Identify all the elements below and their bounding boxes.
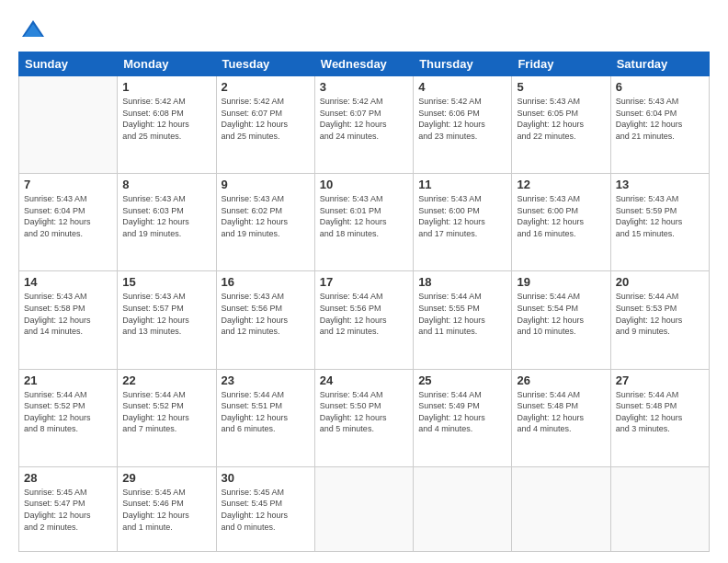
day-info: Sunrise: 5:44 AM Sunset: 5:51 PM Dayligh… — [222, 389, 310, 435]
day-number: 15 — [122, 275, 210, 289]
day-number: 7 — [24, 178, 112, 191]
calendar-cell: 30Sunrise: 5:45 AM Sunset: 5:45 PM Dayli… — [216, 466, 314, 551]
calendar-table: SundayMondayTuesdayWednesdayThursdayFrid… — [18, 52, 710, 552]
day-number: 24 — [320, 373, 408, 387]
logo-icon — [20, 17, 46, 42]
col-header-wednesday: Wednesday — [314, 52, 413, 76]
calendar-week-row: 21Sunrise: 5:44 AM Sunset: 5:52 PM Dayli… — [19, 369, 710, 466]
day-info: Sunrise: 5:44 AM Sunset: 5:55 PM Dayligh… — [418, 291, 506, 337]
day-info: Sunrise: 5:44 AM Sunset: 5:48 PM Dayligh… — [517, 389, 605, 435]
day-number: 1 — [122, 80, 210, 94]
calendar-cell — [414, 466, 512, 551]
day-number: 8 — [122, 178, 210, 191]
calendar-cell — [512, 466, 610, 551]
col-header-friday: Friday — [512, 52, 610, 76]
calendar-cell: 25Sunrise: 5:44 AM Sunset: 5:49 PM Dayli… — [414, 369, 512, 466]
calendar-cell: 8Sunrise: 5:43 AM Sunset: 6:03 PM Daylig… — [118, 174, 216, 271]
calendar-cell: 7Sunrise: 5:43 AM Sunset: 6:04 PM Daylig… — [19, 174, 118, 271]
day-number: 10 — [320, 178, 408, 191]
day-info: Sunrise: 5:42 AM Sunset: 6:07 PM Dayligh… — [222, 96, 310, 142]
calendar-cell: 12Sunrise: 5:43 AM Sunset: 6:00 PM Dayli… — [512, 174, 610, 271]
day-info: Sunrise: 5:43 AM Sunset: 6:01 PM Dayligh… — [320, 193, 408, 239]
calendar-week-row: 7Sunrise: 5:43 AM Sunset: 6:04 PM Daylig… — [19, 174, 710, 271]
calendar-cell: 16Sunrise: 5:43 AM Sunset: 5:56 PM Dayli… — [216, 271, 314, 369]
calendar-cell: 9Sunrise: 5:43 AM Sunset: 6:02 PM Daylig… — [216, 174, 314, 271]
col-header-saturday: Saturday — [610, 52, 709, 76]
day-number: 11 — [418, 178, 506, 191]
calendar-cell: 20Sunrise: 5:44 AM Sunset: 5:53 PM Dayli… — [610, 271, 709, 369]
calendar-cell — [314, 466, 413, 551]
day-number: 23 — [222, 373, 310, 387]
day-info: Sunrise: 5:43 AM Sunset: 6:05 PM Dayligh… — [517, 96, 605, 142]
calendar-header-row: SundayMondayTuesdayWednesdayThursdayFrid… — [19, 52, 710, 76]
calendar-cell: 13Sunrise: 5:43 AM Sunset: 5:59 PM Dayli… — [610, 174, 709, 271]
day-info: Sunrise: 5:42 AM Sunset: 6:06 PM Dayligh… — [418, 96, 506, 142]
day-info: Sunrise: 5:43 AM Sunset: 5:59 PM Dayligh… — [616, 193, 704, 239]
day-info: Sunrise: 5:45 AM Sunset: 5:47 PM Dayligh… — [24, 487, 112, 533]
calendar-cell: 14Sunrise: 5:43 AM Sunset: 5:58 PM Dayli… — [19, 271, 118, 369]
calendar-cell: 21Sunrise: 5:44 AM Sunset: 5:52 PM Dayli… — [19, 369, 118, 466]
calendar-cell: 27Sunrise: 5:44 AM Sunset: 5:48 PM Dayli… — [610, 369, 709, 466]
calendar-cell: 23Sunrise: 5:44 AM Sunset: 5:51 PM Dayli… — [216, 369, 314, 466]
calendar-cell: 17Sunrise: 5:44 AM Sunset: 5:56 PM Dayli… — [314, 271, 413, 369]
day-number: 2 — [222, 80, 310, 94]
day-number: 17 — [320, 275, 408, 289]
day-info: Sunrise: 5:45 AM Sunset: 5:45 PM Dayligh… — [222, 487, 310, 533]
calendar-cell: 10Sunrise: 5:43 AM Sunset: 6:01 PM Dayli… — [314, 174, 413, 271]
day-number: 19 — [517, 275, 605, 289]
day-number: 25 — [418, 373, 506, 387]
day-number: 28 — [24, 471, 112, 485]
calendar-week-row: 14Sunrise: 5:43 AM Sunset: 5:58 PM Dayli… — [19, 271, 710, 369]
day-info: Sunrise: 5:44 AM Sunset: 5:54 PM Dayligh… — [517, 291, 605, 337]
calendar-week-row: 1Sunrise: 5:42 AM Sunset: 6:08 PM Daylig… — [19, 76, 710, 174]
day-info: Sunrise: 5:43 AM Sunset: 6:00 PM Dayligh… — [517, 193, 605, 239]
calendar-cell: 18Sunrise: 5:44 AM Sunset: 5:55 PM Dayli… — [414, 271, 512, 369]
calendar-cell: 22Sunrise: 5:44 AM Sunset: 5:52 PM Dayli… — [118, 369, 216, 466]
day-number: 14 — [24, 275, 112, 289]
col-header-thursday: Thursday — [414, 52, 512, 76]
day-info: Sunrise: 5:42 AM Sunset: 6:08 PM Dayligh… — [122, 96, 210, 142]
calendar-cell: 5Sunrise: 5:43 AM Sunset: 6:05 PM Daylig… — [512, 76, 610, 174]
day-number: 18 — [418, 275, 506, 289]
day-info: Sunrise: 5:44 AM Sunset: 5:50 PM Dayligh… — [320, 389, 408, 435]
calendar-cell: 19Sunrise: 5:44 AM Sunset: 5:54 PM Dayli… — [512, 271, 610, 369]
day-info: Sunrise: 5:45 AM Sunset: 5:46 PM Dayligh… — [122, 487, 210, 533]
calendar-cell: 29Sunrise: 5:45 AM Sunset: 5:46 PM Dayli… — [118, 466, 216, 551]
day-number: 27 — [616, 373, 704, 387]
day-info: Sunrise: 5:43 AM Sunset: 6:00 PM Dayligh… — [418, 193, 506, 239]
calendar-week-row: 28Sunrise: 5:45 AM Sunset: 5:47 PM Dayli… — [19, 466, 710, 551]
day-number: 3 — [320, 80, 408, 94]
calendar-cell: 11Sunrise: 5:43 AM Sunset: 6:00 PM Dayli… — [414, 174, 512, 271]
day-info: Sunrise: 5:43 AM Sunset: 6:04 PM Dayligh… — [616, 96, 704, 142]
day-number: 26 — [517, 373, 605, 387]
col-header-sunday: Sunday — [19, 52, 118, 76]
day-info: Sunrise: 5:43 AM Sunset: 5:56 PM Dayligh… — [222, 291, 310, 337]
day-info: Sunrise: 5:44 AM Sunset: 5:48 PM Dayligh… — [616, 389, 704, 435]
calendar-cell: 2Sunrise: 5:42 AM Sunset: 6:07 PM Daylig… — [216, 76, 314, 174]
day-info: Sunrise: 5:44 AM Sunset: 5:52 PM Dayligh… — [122, 389, 210, 435]
day-info: Sunrise: 5:44 AM Sunset: 5:49 PM Dayligh… — [418, 389, 506, 435]
day-number: 13 — [616, 178, 704, 191]
day-number: 4 — [418, 80, 506, 94]
calendar-cell — [19, 76, 118, 174]
day-info: Sunrise: 5:42 AM Sunset: 6:07 PM Dayligh… — [320, 96, 408, 142]
day-number: 22 — [122, 373, 210, 387]
calendar-cell: 1Sunrise: 5:42 AM Sunset: 6:08 PM Daylig… — [118, 76, 216, 174]
day-number: 16 — [222, 275, 310, 289]
day-number: 29 — [122, 471, 210, 485]
logo — [18, 17, 46, 42]
calendar-cell: 26Sunrise: 5:44 AM Sunset: 5:48 PM Dayli… — [512, 369, 610, 466]
day-number: 12 — [517, 178, 605, 191]
day-number: 21 — [24, 373, 112, 387]
day-number: 9 — [222, 178, 310, 191]
day-info: Sunrise: 5:43 AM Sunset: 5:58 PM Dayligh… — [24, 291, 112, 337]
day-number: 20 — [616, 275, 704, 289]
page: SundayMondayTuesdayWednesdayThursdayFrid… — [0, 0, 728, 563]
calendar-cell: 4Sunrise: 5:42 AM Sunset: 6:06 PM Daylig… — [414, 76, 512, 174]
day-info: Sunrise: 5:44 AM Sunset: 5:56 PM Dayligh… — [320, 291, 408, 337]
day-number: 6 — [616, 80, 704, 94]
day-info: Sunrise: 5:43 AM Sunset: 6:04 PM Dayligh… — [24, 193, 112, 239]
calendar-cell: 28Sunrise: 5:45 AM Sunset: 5:47 PM Dayli… — [19, 466, 118, 551]
calendar-cell: 3Sunrise: 5:42 AM Sunset: 6:07 PM Daylig… — [314, 76, 413, 174]
day-info: Sunrise: 5:43 AM Sunset: 6:03 PM Dayligh… — [122, 193, 210, 239]
